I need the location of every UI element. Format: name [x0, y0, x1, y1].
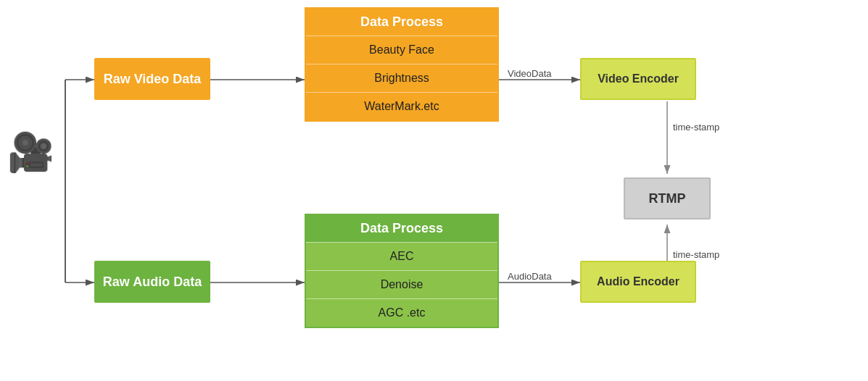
video-data-label: VideoData	[508, 68, 551, 79]
dp-orange-item-2: Brightness	[306, 64, 497, 92]
timestamp-bottom-label: time-stamp	[673, 249, 719, 260]
rtmp-box: RTMP	[624, 177, 711, 219]
raw-video-data-label: Raw Video Data	[104, 72, 202, 87]
data-process-green: Data Process AEC Denoise AGC .etc	[305, 214, 499, 328]
audio-data-label: AudioData	[508, 271, 552, 282]
video-encoder-label: Video Encoder	[598, 72, 679, 85]
raw-audio-data-label: Raw Audio Data	[103, 275, 202, 290]
data-process-orange: Data Process Beauty Face Brightness Wate…	[305, 7, 499, 122]
camera-icon: 🎥	[7, 130, 54, 175]
dp-orange-item-1: Beauty Face	[306, 35, 497, 64]
audio-encoder-label: Audio Encoder	[597, 275, 679, 288]
dp-green-item-3: AGC .etc	[306, 298, 497, 327]
dp-orange-item-3: WaterMark.etc	[306, 92, 497, 120]
dp-green-item-2: Denoise	[306, 270, 497, 298]
rtmp-label: RTMP	[649, 191, 686, 206]
diagram: 🎥 Raw Video Data Data Process Beauty Fac…	[0, 0, 868, 381]
raw-video-data-box: Raw Video Data	[94, 58, 210, 100]
audio-encoder-box: Audio Encoder	[580, 261, 696, 303]
dp-orange-header: Data Process	[306, 9, 497, 35]
timestamp-top-label: time-stamp	[673, 122, 719, 133]
dp-green-item-1: AEC	[306, 242, 497, 270]
video-encoder-box: Video Encoder	[580, 58, 696, 100]
raw-audio-data-box: Raw Audio Data	[94, 261, 210, 303]
dp-green-header: Data Process	[306, 215, 497, 242]
